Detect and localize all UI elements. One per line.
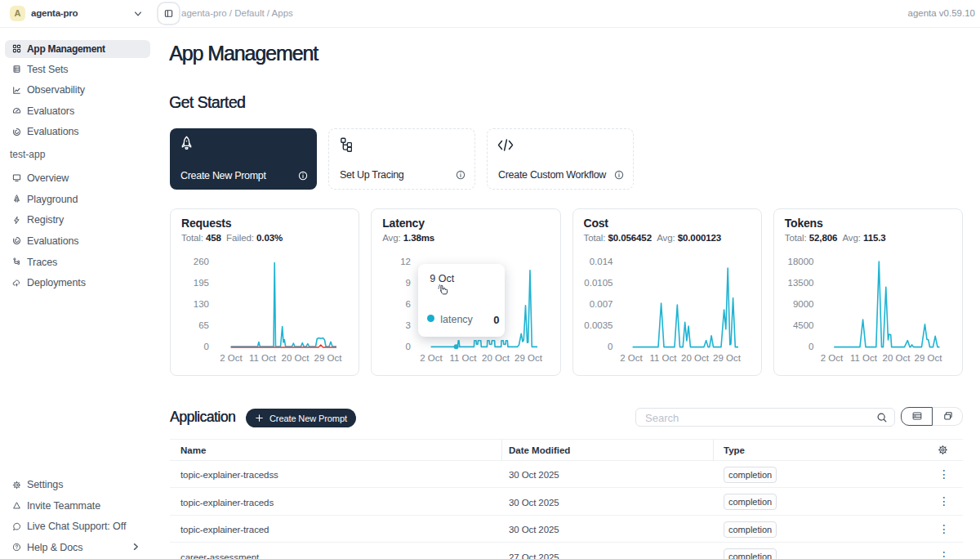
svg-text:29 Oct: 29 Oct: [314, 353, 343, 363]
svg-text:130: 130: [194, 299, 209, 309]
svg-text:4500: 4500: [793, 320, 814, 330]
svg-text:11 Oct: 11 Oct: [450, 353, 478, 363]
svg-text:20 Oct: 20 Oct: [681, 353, 710, 363]
svg-text:0.014: 0.014: [589, 257, 612, 266]
svg-text:260: 260: [194, 257, 209, 266]
svg-text:9: 9: [406, 278, 411, 288]
svg-text:11 Oct: 11 Oct: [850, 353, 878, 363]
svg-text:0: 0: [808, 342, 813, 351]
svg-text:0.007: 0.007: [589, 299, 612, 309]
svg-text:0: 0: [608, 342, 612, 351]
svg-text:2 Oct: 2 Oct: [220, 353, 243, 363]
svg-text:0.0035: 0.0035: [584, 320, 612, 330]
svg-text:0: 0: [204, 342, 209, 351]
svg-text:29 Oct: 29 Oct: [713, 353, 742, 363]
svg-text:18000: 18000: [787, 257, 813, 266]
svg-text:11 Oct: 11 Oct: [249, 353, 277, 363]
svg-text:11 Oct: 11 Oct: [649, 353, 677, 363]
svg-text:29 Oct: 29 Oct: [914, 353, 942, 363]
svg-text:12: 12: [400, 257, 411, 266]
svg-text:6: 6: [406, 299, 411, 309]
svg-text:9000: 9000: [793, 299, 814, 309]
svg-text:2 Oct: 2 Oct: [620, 353, 643, 363]
svg-text:13500: 13500: [787, 278, 813, 288]
svg-text:0.0105: 0.0105: [584, 278, 612, 288]
svg-text:29 Oct: 29 Oct: [514, 353, 543, 363]
svg-text:3: 3: [406, 320, 411, 330]
svg-text:2 Oct: 2 Oct: [821, 353, 844, 363]
svg-text:0: 0: [406, 342, 411, 351]
svg-text:20 Oct: 20 Oct: [282, 353, 310, 363]
svg-text:20 Oct: 20 Oct: [882, 353, 911, 363]
svg-text:2 Oct: 2 Oct: [421, 353, 443, 363]
svg-text:195: 195: [194, 278, 209, 288]
svg-text:20 Oct: 20 Oct: [482, 353, 510, 363]
svg-text:65: 65: [198, 320, 209, 330]
